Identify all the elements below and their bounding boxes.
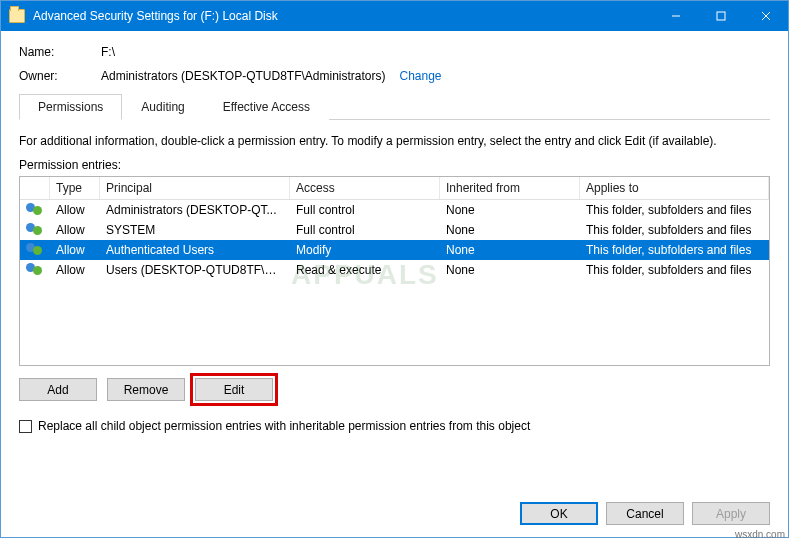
cell-principal: Users (DESKTOP-QTUD8TF\Us...: [100, 261, 290, 279]
tab-auditing[interactable]: Auditing: [122, 94, 203, 120]
source-mark: wsxdn.com: [735, 529, 785, 538]
col-principal[interactable]: Principal: [100, 177, 290, 199]
replace-label: Replace all child object permission entr…: [38, 419, 530, 433]
description-text: For additional information, double-click…: [19, 134, 770, 148]
permission-row[interactable]: AllowUsers (DESKTOP-QTUD8TF\Us...Read & …: [20, 260, 769, 280]
users-icon: [20, 261, 50, 279]
name-value: F:\: [101, 45, 115, 59]
cell-inherited: None: [440, 221, 580, 239]
cell-applies: This folder, subfolders and files: [580, 261, 769, 279]
cell-principal: Authenticated Users: [100, 241, 290, 259]
cell-access: Full control: [290, 201, 440, 219]
cell-applies: This folder, subfolders and files: [580, 241, 769, 259]
cell-access: Full control: [290, 221, 440, 239]
cell-principal: Administrators (DESKTOP-QT...: [100, 201, 290, 219]
tab-effective-access[interactable]: Effective Access: [204, 94, 329, 120]
cell-inherited: None: [440, 201, 580, 219]
cell-type: Allow: [50, 201, 100, 219]
replace-checkbox[interactable]: [19, 420, 32, 433]
entry-buttons: Add Remove Edit: [19, 378, 770, 401]
footer-buttons: OK Cancel Apply: [520, 502, 770, 525]
titlebar: Advanced Security Settings for (F:) Loca…: [1, 1, 788, 31]
cell-inherited: None: [440, 261, 580, 279]
cell-applies: This folder, subfolders and files: [580, 221, 769, 239]
replace-row: Replace all child object permission entr…: [19, 419, 770, 433]
permission-row[interactable]: AllowAdministrators (DESKTOP-QT...Full c…: [20, 200, 769, 220]
cell-access: Modify: [290, 241, 440, 259]
permission-entries-grid[interactable]: Type Principal Access Inherited from App…: [19, 176, 770, 366]
col-icon: [20, 177, 50, 199]
edit-button[interactable]: Edit: [195, 378, 273, 401]
cell-access: Read & execute: [290, 261, 440, 279]
cell-type: Allow: [50, 261, 100, 279]
security-settings-window: Advanced Security Settings for (F:) Loca…: [0, 0, 789, 538]
cell-inherited: None: [440, 241, 580, 259]
cell-principal: SYSTEM: [100, 221, 290, 239]
maximize-button[interactable]: [698, 1, 743, 31]
cell-applies: This folder, subfolders and files: [580, 201, 769, 219]
name-label: Name:: [19, 45, 101, 59]
col-applies[interactable]: Applies to: [580, 177, 769, 199]
window-title: Advanced Security Settings for (F:) Loca…: [33, 9, 653, 23]
cell-type: Allow: [50, 221, 100, 239]
owner-label: Owner:: [19, 69, 101, 83]
col-inherited[interactable]: Inherited from: [440, 177, 580, 199]
users-icon: [20, 241, 50, 259]
close-button[interactable]: [743, 1, 788, 31]
grid-body: AllowAdministrators (DESKTOP-QT...Full c…: [20, 200, 769, 280]
tabstrip: Permissions Auditing Effective Access: [19, 93, 770, 120]
folder-icon: [9, 9, 25, 23]
permission-row[interactable]: AllowAuthenticated UsersModifyNoneThis f…: [20, 240, 769, 260]
ok-button[interactable]: OK: [520, 502, 598, 525]
tab-permissions[interactable]: Permissions: [19, 94, 122, 120]
col-type[interactable]: Type: [50, 177, 100, 199]
col-access[interactable]: Access: [290, 177, 440, 199]
permission-row[interactable]: AllowSYSTEMFull controlNoneThis folder, …: [20, 220, 769, 240]
add-button[interactable]: Add: [19, 378, 97, 401]
owner-value: Administrators (DESKTOP-QTUD8TF\Administ…: [101, 69, 386, 83]
cancel-button[interactable]: Cancel: [606, 502, 684, 525]
users-icon: [20, 201, 50, 219]
apply-button[interactable]: Apply: [692, 502, 770, 525]
users-icon: [20, 221, 50, 239]
grid-header: Type Principal Access Inherited from App…: [20, 177, 769, 200]
minimize-button[interactable]: [653, 1, 698, 31]
remove-button[interactable]: Remove: [107, 378, 185, 401]
content-area: Name: F:\ Owner: Administrators (DESKTOP…: [1, 31, 788, 443]
cell-type: Allow: [50, 241, 100, 259]
entries-label: Permission entries:: [19, 158, 770, 172]
svg-rect-1: [717, 12, 725, 20]
change-owner-link[interactable]: Change: [400, 69, 442, 83]
